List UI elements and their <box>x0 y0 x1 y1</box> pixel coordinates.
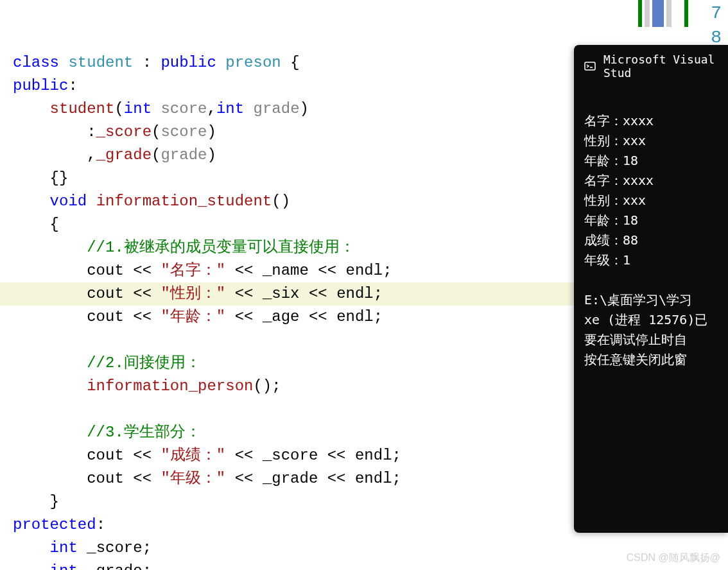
id-endl: endl <box>336 308 374 325</box>
output-line: 年龄：18 <box>584 212 638 228</box>
param-grade: grade <box>254 100 300 117</box>
output-line: 年龄：18 <box>584 153 638 168</box>
id-six: _six <box>263 285 300 302</box>
id-age: _age <box>263 308 300 325</box>
init-score: _score <box>96 123 152 141</box>
output-line: 年级：1 <box>584 252 630 268</box>
terminal-titlebar[interactable]: Microsoft Visual Stud <box>574 45 728 87</box>
output-line: E:\桌面学习\学习 <box>584 292 692 307</box>
op-stream: << <box>318 262 336 279</box>
keyword-void: void <box>50 193 87 210</box>
terminal-title: Microsoft Visual Stud <box>603 53 718 80</box>
str-grade: "年级：" <box>160 470 225 487</box>
str-sex: "性别：" <box>160 285 225 302</box>
output-line: 性别：xxx <box>584 133 646 148</box>
id-cout: cout <box>87 285 124 302</box>
op-stream: << <box>133 470 152 487</box>
op-stream: << <box>235 470 254 487</box>
id-name: _name <box>263 262 309 279</box>
op-stream: << <box>235 447 254 464</box>
type-student: student <box>68 54 133 71</box>
output-line: 成绩：88 <box>584 232 638 248</box>
keyword-int: int <box>50 539 78 557</box>
output-line: 名字：xxxx <box>584 173 654 188</box>
output-line: xe (进程 12576)已 <box>584 312 707 327</box>
ctor-student: student <box>50 100 115 117</box>
op-stream: << <box>235 285 254 302</box>
comment-1: //1.被继承的成员变量可以直接使用： <box>87 239 355 256</box>
method-info-person: information_person <box>87 377 253 395</box>
op-stream: << <box>133 262 152 279</box>
id-cout: cout <box>87 262 124 279</box>
op-stream: << <box>309 285 327 302</box>
terminal-output: 名字：xxxx 性别：xxx 年龄：18 名字：xxxx 性别：xxx 年龄：1… <box>574 87 728 393</box>
str-age: "年龄：" <box>160 308 225 325</box>
type-preson: preson <box>225 54 281 71</box>
op-stream: << <box>133 285 152 302</box>
id-grade: _grade <box>263 470 318 487</box>
keyword-int: int <box>216 100 244 117</box>
id-score: _score <box>263 447 318 464</box>
id-endl: endl <box>346 262 383 279</box>
watermark: CSDN @随风飘扬@ <box>627 551 720 565</box>
op-stream: << <box>327 447 346 464</box>
id-cout: cout <box>87 470 124 487</box>
op-stream: << <box>235 262 254 279</box>
comment-2: //2.间接使用： <box>87 354 201 372</box>
keyword-class: class <box>13 54 59 71</box>
keyword-int: int <box>124 100 152 117</box>
id-cout: cout <box>87 308 124 325</box>
output-line: 性别：xxx <box>584 193 646 208</box>
op-stream: << <box>235 308 254 325</box>
id-grade: _grade <box>87 562 142 570</box>
id-score: _score <box>87 539 142 557</box>
str-score: "成绩：" <box>160 447 225 464</box>
op-stream: << <box>133 447 152 464</box>
id-endl: endl <box>336 285 374 302</box>
param-score: score <box>160 123 207 141</box>
svg-rect-0 <box>585 62 595 70</box>
method-info-student: information_student <box>96 193 272 210</box>
op-stream: << <box>133 308 152 325</box>
output-line: 要在调试停止时自 <box>584 332 687 347</box>
keyword-public: public <box>160 54 216 71</box>
keyword-int: int <box>50 562 78 570</box>
init-grade: _grade <box>96 146 152 164</box>
str-name: "名字：" <box>160 262 225 279</box>
terminal-icon <box>584 60 596 73</box>
keyword-protected: protected <box>13 516 96 533</box>
output-line: 名字：xxxx <box>584 113 654 128</box>
id-endl: endl <box>355 470 392 487</box>
terminal-window[interactable]: Microsoft Visual Stud 名字：xxxx 性别：xxx 年龄：… <box>574 45 728 533</box>
op-stream: << <box>327 470 346 487</box>
comment-3: //3.学生部分： <box>87 424 201 441</box>
output-line: 按任意键关闭此窗 <box>584 352 687 367</box>
keyword-public: public <box>13 77 68 94</box>
param-grade: grade <box>160 146 207 164</box>
id-cout: cout <box>87 447 124 464</box>
op-stream: << <box>309 308 327 325</box>
param-score: score <box>160 100 207 117</box>
id-endl: endl <box>355 447 392 464</box>
